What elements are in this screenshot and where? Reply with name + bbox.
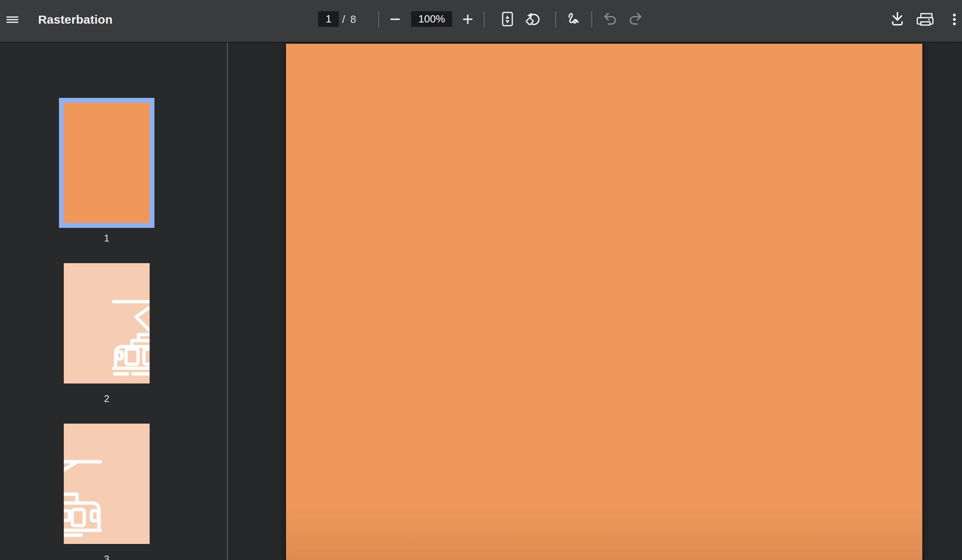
document-title: Rasterbation	[38, 0, 113, 39]
zoom-out-button[interactable]	[386, 10, 405, 29]
redo-button[interactable]	[626, 10, 645, 29]
download-icon	[888, 10, 907, 29]
annotate-button[interactable]	[564, 10, 583, 29]
redo-icon	[626, 10, 645, 29]
sidebar-divider	[227, 42, 228, 560]
thumbnail-2-label: 2	[64, 394, 150, 404]
toolbar-divider	[555, 11, 556, 27]
menu-button[interactable]	[3, 10, 22, 29]
thumbnail-page-2[interactable]: 2	[64, 263, 150, 404]
zoom-in-button[interactable]	[458, 10, 477, 29]
pdf-viewer-window: { "app": { "type": "pdf-viewer", "theme"…	[0, 0, 962, 560]
page-count: / 8	[342, 0, 356, 39]
thumbnail-3-preview	[64, 424, 150, 544]
thumbnail-page-3[interactable]: 3	[64, 424, 150, 560]
thumbnail-3-label: 3	[64, 554, 150, 560]
thumbnail-1-label: 1	[64, 233, 150, 243]
fit-to-page-button[interactable]	[498, 10, 517, 29]
print-button[interactable]	[915, 10, 935, 29]
document-viewer[interactable]	[228, 42, 962, 560]
undo-button[interactable]	[601, 10, 620, 29]
print-icon	[915, 10, 935, 29]
ink-squiggle-icon	[564, 10, 583, 29]
fit-to-page-icon	[498, 10, 517, 29]
zoom-level-input[interactable]	[411, 11, 452, 27]
thumbnail-page-1[interactable]: 1	[64, 103, 150, 243]
tram-line-art-right	[64, 263, 150, 383]
rotate-button[interactable]	[524, 10, 543, 29]
more-options-button[interactable]	[945, 10, 962, 29]
thumbnail-sidebar: 1 2	[0, 42, 227, 560]
document-page-1	[286, 44, 922, 560]
page-separator: /	[342, 13, 345, 26]
minus-icon	[386, 10, 405, 29]
hamburger-menu-icon	[3, 10, 22, 29]
tram-line-art-left	[64, 424, 150, 544]
rotate-counterclockwise-icon	[524, 10, 543, 29]
toolbar-divider	[591, 11, 592, 27]
plus-icon	[458, 10, 477, 29]
pdf-toolbar: Rasterbation / 8	[0, 0, 962, 42]
toolbar-divider	[484, 11, 485, 27]
page-total: 8	[350, 13, 356, 26]
download-button[interactable]	[888, 10, 907, 29]
three-dot-menu-icon	[945, 10, 962, 29]
undo-icon	[601, 10, 620, 29]
thumbnail-1-preview	[64, 103, 150, 223]
thumbnail-2-preview	[64, 263, 150, 383]
page-number-input[interactable]	[318, 11, 339, 27]
toolbar-divider	[378, 11, 379, 27]
